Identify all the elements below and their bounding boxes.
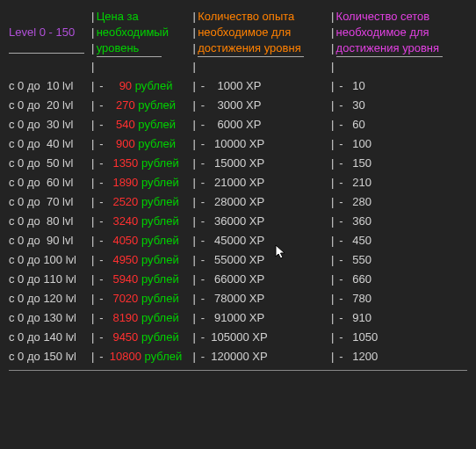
row-sep: | [191,154,198,173]
header-row-2: Level 0 - 150 | необходимый | необходимо… [9,25,467,40]
table-row: с 0 до 140 lvl| - 9450 рублей| - 105000 … [9,328,467,347]
row-sep: | [90,212,97,231]
level-range: с 0 до 10 lvl [9,76,90,96]
header-title-underline [9,40,90,54]
row-sep: | [191,212,198,231]
sets-cell: - 450 [336,231,467,250]
row-sep: | [329,250,336,270]
row-sep: | [329,347,336,366]
table-row: с 0 до 100 lvl| - 4950 рублей| - 55000 X… [9,250,467,270]
price-cell: - 2520 рублей [97,192,191,212]
price-cell: - 540 рублей [97,115,191,134]
xp-cell: - 21000 XP [198,173,328,192]
xp-cell: - 36000 XP [198,212,328,231]
level-range: с 0 до 40 lvl [9,134,90,154]
row-sep: | [191,289,198,308]
sets-cell: - 10 [336,76,467,96]
price-cell: - 8190 рублей [97,308,191,328]
sets-cell: - 100 [336,134,467,154]
xp-cell: - 66000 XP [198,270,328,289]
table-row: с 0 до 90 lvl| - 4050 рублей| - 45000 XP… [9,231,467,250]
header-sets-2: необходимое для [336,25,467,40]
header-price-3: уровень [97,40,191,57]
xp-cell: - 10000 XP [198,134,328,154]
row-sep: | [191,347,198,366]
price-cell: - 270 рублей [97,96,191,115]
xp-cell: - 6000 XP [198,115,328,134]
header-spacer [9,9,90,25]
header-sep: | [329,25,336,40]
row-sep: | [191,328,198,347]
sets-cell: - 660 [336,270,467,289]
header-xp-2: необходимое для [198,25,328,40]
row-sep: | [90,231,97,250]
table-row: с 0 до 30 lvl| - 540 рублей| - 6000 XP| … [9,115,467,134]
gap [336,57,467,76]
pricing-table: | Цена за | Количество опыта | Количеств… [9,9,467,371]
header-price-1: Цена за [97,9,191,25]
header-gap-row: | | | [9,57,467,76]
sets-cell: - 910 [336,308,467,328]
header-sep: | [90,40,97,56]
row-sep: | [191,96,198,115]
row-sep: | [191,270,198,289]
header-sets-3-text: достижения уровня [336,41,440,54]
gap-sep: | [329,57,336,76]
row-sep: | [191,173,198,192]
level-range: с 0 до 50 lvl [9,154,90,173]
table-row: с 0 до 50 lvl| - 1350 рублей| - 15000 XP… [9,154,467,173]
row-sep: | [90,347,97,366]
gap-sep: | [90,57,97,76]
sets-cell: - 30 [336,96,467,115]
price-cell: - 5940 рублей [97,270,191,289]
xp-cell: - 15000 XP [198,154,328,173]
xp-cell: - 3000 XP [198,96,328,115]
price-cell: - 90 рублей [97,76,191,96]
price-cell: - 900 рублей [97,134,191,154]
row-sep: | [191,308,198,328]
sets-cell: - 210 [336,173,467,192]
table-row: с 0 до 150 lvl| - 10800 рублей| - 120000… [9,347,467,366]
level-range: с 0 до 70 lvl [9,192,90,212]
table-row: с 0 до 10 lvl| - 90 рублей| - 1000 XP| -… [9,76,467,96]
level-range: с 0 до 130 lvl [9,308,90,328]
header-sep: | [90,25,97,40]
gap-sep: | [191,57,198,76]
row-sep: | [329,76,336,96]
xp-cell: - 120000 XP [198,347,328,366]
gap [97,57,191,76]
xp-cell: - 91000 XP [198,308,328,328]
header-price-3-text: уровень [97,41,140,54]
level-range: с 0 до 150 lvl [9,347,90,366]
header-sep: | [329,40,336,56]
row-sep: | [329,96,336,115]
row-sep: | [329,192,336,212]
xp-cell: - 45000 XP [198,231,328,250]
row-sep: | [90,134,97,154]
row-sep: | [329,154,336,173]
header-sep: | [329,9,336,25]
header-sep: | [191,40,198,56]
sets-cell: - 550 [336,250,467,270]
sets-cell: - 60 [336,115,467,134]
header-xp-3: достижения уровня [198,40,328,57]
price-cell: - 1890 рублей [97,173,191,192]
header-row-3: | уровень | достижения уровня | достижен… [9,40,467,57]
row-sep: | [329,231,336,250]
row-sep: | [90,308,97,328]
gap [9,57,90,76]
row-sep: | [90,115,97,134]
table-row: с 0 до 70 lvl| - 2520 рублей| - 28000 XP… [9,192,467,212]
header-xp-1: Количество опыта [198,9,328,25]
xp-cell: - 28000 XP [198,192,328,212]
table-row: с 0 до 110 lvl| - 5940 рублей| - 66000 X… [9,270,467,289]
table-row: с 0 до 40 lvl| - 900 рублей| - 10000 XP|… [9,134,467,154]
level-range: с 0 до 140 lvl [9,328,90,347]
row-sep: | [90,76,97,96]
row-sep: | [329,134,336,154]
level-range: с 0 до 90 lvl [9,231,90,250]
row-sep: | [329,328,336,347]
price-cell: - 7020 рублей [97,289,191,308]
header-sep: | [191,25,198,40]
price-cell: - 1350 рублей [97,154,191,173]
